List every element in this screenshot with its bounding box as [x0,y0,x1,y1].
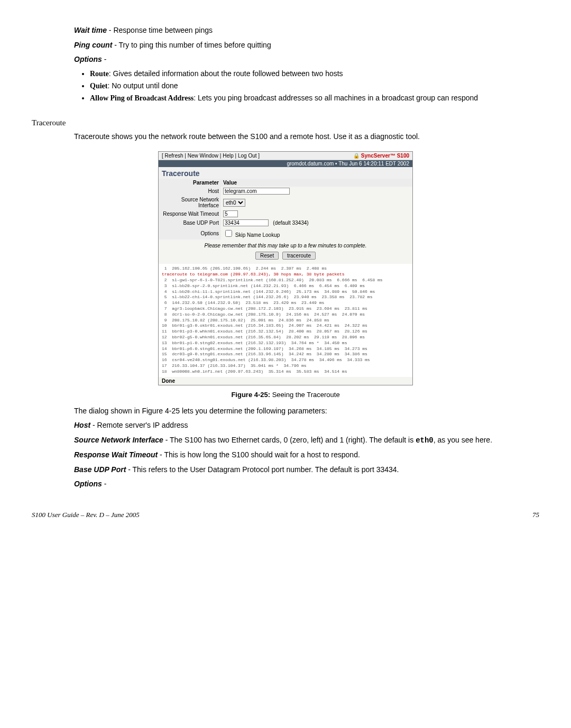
wait-time-line: Wait time - Response time between pings [74,25,539,36]
rwt-param-line: Response Wait Timeout - This is how long… [74,450,539,460]
host-param-text: - Remote server's IP address [90,421,188,429]
fig-header-param: Parameter [159,179,221,187]
fig-skip-name-checkbox[interactable] [225,230,232,237]
footer-right: 75 [532,511,539,519]
options2-dash: - [102,480,107,488]
bullet-quiet-text: : No output until done [107,81,178,90]
options-bullet-list: Route: Gives detailed information about … [74,69,539,103]
ping-count-label: Ping count [74,41,112,49]
host-param-label: Host [74,421,90,429]
wait-time-text: - Response time between pings [107,26,213,34]
fig-nav-links: [ Refresh | New Window | Help | Log Out … [162,153,260,159]
bup-param-text: - This refers to the User Datagram Proto… [126,465,399,474]
bullet-quiet: Quiet: No output until done [90,81,539,90]
ping-count-line: Ping count - Try to ping this number of … [74,40,539,51]
bullet-quiet-label: Quiet [90,82,107,90]
fig-reset-button[interactable]: Reset [255,252,279,260]
options-line: Options - [74,54,539,65]
figure-caption: Figure 4-25: Seeing the Traceroute [32,391,539,399]
footer-left: S100 User Guide – Rev. D – June 2005 [32,511,140,519]
section-body-traceroute: Traceroute shows you the network route b… [74,132,539,142]
fig-trace-output: 1 205.162.190.65 (205.162.190.65) 2.244 … [159,264,412,376]
fig-header-value: Value [221,179,412,187]
sni-param-label: Source Network Interface [74,436,163,444]
options-dash: - [102,55,107,63]
ping-count-text: - Try to ping this number of times befor… [112,41,271,49]
options-label: Options [74,55,102,63]
bup-param-line: Base UDP Port - This refers to the User … [74,465,539,475]
rwt-param-text: - This is how long the S100 should wait … [158,450,360,459]
fig-host-label: Host [159,187,221,196]
sni-param-mono: eth0 [416,436,434,445]
fig-bup-label: Base UDP Port [159,218,221,227]
fig-param-table: Parameter Value Host Source Network Inte… [159,179,412,239]
bullet-route: Route: Gives detailed information about … [90,69,539,78]
bullet-allow-ping-label: Allow Ping of Broadcast Address [90,94,194,102]
dialog-intro: The dialog shown in Figure 4-25 lets you… [74,406,539,417]
fig-brand: 🔒 SyncServer™ S100 [353,153,409,159]
host-param-line: Host - Remote server's IP address [74,420,539,431]
traceroute-screenshot: [ Refresh | New Window | Help | Log Out … [158,151,413,385]
fig-opt-label: Options [159,227,221,239]
options2-line: Options - [74,479,539,490]
page-footer: S100 User Guide – Rev. D – June 2005 75 [32,511,539,519]
rwt-param-label: Response Wait Timeout [74,450,158,459]
section-heading-traceroute: Traceroute [32,118,539,127]
fig-rwt-input[interactable] [223,210,238,217]
figure-caption-label: Figure 4-25: [231,391,270,399]
bullet-allow-ping: Allow Ping of Broadcast Address: Lets yo… [90,94,539,103]
fig-rwt-label: Response Wait Timeout [159,209,221,218]
fig-note: Please remember that this may take up to… [159,239,412,250]
fig-bup-note: (default 33434) [273,220,308,226]
bullet-route-label: Route [90,70,109,78]
fig-sni-select[interactable]: eth0 [223,199,245,207]
fig-skip-name-text: Skip Name Lookup [235,232,280,238]
sni-param-text-b: , as you see here. [434,436,492,444]
bullet-allow-ping-text: : Lets you ping broadcast addresses so a… [194,94,478,102]
figure-caption-text: Seeing the Traceroute [270,391,340,399]
bup-param-label: Base UDP Port [74,465,126,474]
wait-time-label: Wait time [74,26,107,34]
fig-banner: gromdot.datum.com • Thu Jun 6 14:20:11 E… [159,160,412,167]
fig-title: Traceroute [159,167,412,179]
fig-done: Done [159,377,412,385]
fig-bup-input[interactable] [223,219,269,226]
options2-label: Options [74,480,102,488]
fig-sni-label: Source Network Interface [159,196,221,209]
bullet-route-text: : Gives detailed information about the r… [109,69,343,78]
fig-traceroute-button[interactable]: traceroute [282,252,316,260]
sni-param-text-a: - The S100 has two Ethernet cards, 0 (ze… [163,436,416,444]
sni-param-line: Source Network Interface - The S100 has … [74,435,539,446]
fig-host-input[interactable] [223,188,290,195]
